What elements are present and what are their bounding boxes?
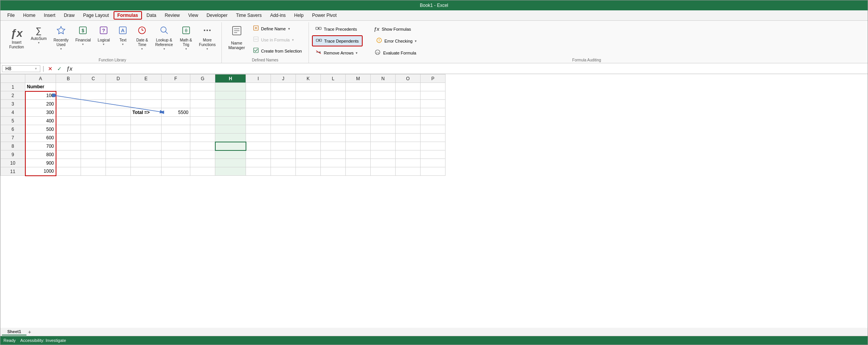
cell-E9[interactable] bbox=[131, 150, 162, 159]
menu-item-home[interactable]: Home bbox=[19, 11, 39, 20]
cell-J11[interactable] bbox=[271, 167, 296, 176]
cell-F11[interactable] bbox=[162, 167, 190, 176]
cell-J2[interactable] bbox=[271, 91, 296, 100]
cell-E10[interactable] bbox=[131, 159, 162, 167]
row-header-2[interactable]: 2 bbox=[1, 91, 25, 100]
cell-F1[interactable] bbox=[162, 83, 190, 91]
cell-G7[interactable] bbox=[190, 134, 215, 142]
add-sheet-button[interactable]: + bbox=[28, 329, 31, 335]
cell-K8[interactable] bbox=[296, 142, 321, 150]
cell-K3[interactable] bbox=[296, 100, 321, 108]
cell-F2[interactable] bbox=[162, 91, 190, 100]
cell-K10[interactable] bbox=[296, 159, 321, 167]
menu-item-power-pivot[interactable]: Power Pivot bbox=[308, 11, 340, 20]
menu-item-time-savers[interactable]: Time Savers bbox=[232, 11, 266, 20]
cell-O3[interactable] bbox=[396, 100, 421, 108]
spreadsheet-container[interactable]: ABCDEFGHIJKLMNOP 1Number210032004300Tota… bbox=[0, 74, 868, 176]
cell-O2[interactable] bbox=[396, 91, 421, 100]
cell-N6[interactable] bbox=[371, 125, 396, 134]
recently-used-button[interactable]: RecentlyUsed ▾ bbox=[51, 24, 71, 53]
cell-F6[interactable] bbox=[162, 125, 190, 134]
cell-H8[interactable] bbox=[215, 142, 246, 150]
remove-arrows-button[interactable]: Remove Arrows ▾ bbox=[312, 48, 361, 58]
cell-L6[interactable] bbox=[321, 125, 346, 134]
row-header-7[interactable]: 7 bbox=[1, 134, 25, 142]
cell-C7[interactable] bbox=[81, 134, 106, 142]
cell-I10[interactable] bbox=[246, 159, 271, 167]
row-header-3[interactable]: 3 bbox=[1, 100, 25, 108]
col-header-H[interactable]: H bbox=[215, 74, 246, 83]
cell-F4[interactable]: 5500 bbox=[162, 108, 190, 117]
autosum-button[interactable]: ∑ AutoSum ▾ bbox=[28, 24, 49, 46]
cell-C2[interactable] bbox=[81, 91, 106, 100]
cell-M1[interactable] bbox=[346, 83, 371, 91]
row-header-9[interactable]: 9 bbox=[1, 150, 25, 159]
col-header-B[interactable]: B bbox=[56, 74, 81, 83]
cell-E11[interactable] bbox=[131, 167, 162, 176]
name-manager-button[interactable]: NameManager bbox=[225, 24, 248, 51]
cell-F3[interactable] bbox=[162, 100, 190, 108]
cell-C4[interactable] bbox=[81, 108, 106, 117]
lookup-ref-button[interactable]: Lookup &Reference ▾ bbox=[152, 24, 175, 53]
col-header-K[interactable]: K bbox=[296, 74, 321, 83]
cell-B2[interactable] bbox=[56, 91, 81, 100]
col-header-I[interactable]: I bbox=[246, 74, 271, 83]
cell-I3[interactable] bbox=[246, 100, 271, 108]
cell-C1[interactable] bbox=[81, 83, 106, 91]
cell-L4[interactable] bbox=[321, 108, 346, 117]
cell-J5[interactable] bbox=[271, 117, 296, 125]
col-header-L[interactable]: L bbox=[321, 74, 346, 83]
cell-I4[interactable] bbox=[246, 108, 271, 117]
row-header-10[interactable]: 10 bbox=[1, 159, 25, 167]
row-header-11[interactable]: 11 bbox=[1, 167, 25, 176]
cell-C11[interactable] bbox=[81, 167, 106, 176]
cell-G2[interactable] bbox=[190, 91, 215, 100]
col-header-D[interactable]: D bbox=[106, 74, 131, 83]
menu-item-review[interactable]: Review bbox=[161, 11, 183, 20]
col-header-M[interactable]: M bbox=[346, 74, 371, 83]
function-icon[interactable]: ƒx bbox=[65, 66, 74, 72]
cell-A4[interactable]: 300 bbox=[25, 108, 56, 117]
cell-I1[interactable] bbox=[246, 83, 271, 91]
cell-J6[interactable] bbox=[271, 125, 296, 134]
cell-E6[interactable] bbox=[131, 125, 162, 134]
cell-J8[interactable] bbox=[271, 142, 296, 150]
cell-H6[interactable] bbox=[215, 125, 246, 134]
cell-I6[interactable] bbox=[246, 125, 271, 134]
cell-F10[interactable] bbox=[162, 159, 190, 167]
cell-I8[interactable] bbox=[246, 142, 271, 150]
cell-P4[interactable] bbox=[421, 108, 446, 117]
cell-C8[interactable] bbox=[81, 142, 106, 150]
row-header-1[interactable]: 1 bbox=[1, 83, 25, 91]
cell-A11[interactable]: 1000 bbox=[25, 167, 56, 176]
cell-K2[interactable] bbox=[296, 91, 321, 100]
cell-M4[interactable] bbox=[346, 108, 371, 117]
cell-K9[interactable] bbox=[296, 150, 321, 159]
col-header-F[interactable]: F bbox=[162, 74, 190, 83]
row-header-8[interactable]: 8 bbox=[1, 142, 25, 150]
cell-M11[interactable] bbox=[346, 167, 371, 176]
cell-O9[interactable] bbox=[396, 150, 421, 159]
cell-D1[interactable] bbox=[106, 83, 131, 91]
cell-D8[interactable] bbox=[106, 142, 131, 150]
cell-B8[interactable] bbox=[56, 142, 81, 150]
cell-O1[interactable] bbox=[396, 83, 421, 91]
use-in-formula-button[interactable]: Use in Formula ▾ bbox=[250, 35, 305, 45]
cell-H1[interactable] bbox=[215, 83, 246, 91]
cell-B3[interactable] bbox=[56, 100, 81, 108]
cell-B9[interactable] bbox=[56, 150, 81, 159]
menu-item-page-layout[interactable]: Page Layout bbox=[79, 11, 112, 20]
cell-E4[interactable]: Total => bbox=[131, 108, 162, 117]
cell-H4[interactable] bbox=[215, 108, 246, 117]
cell-D7[interactable] bbox=[106, 134, 131, 142]
cell-C9[interactable] bbox=[81, 150, 106, 159]
cell-L10[interactable] bbox=[321, 159, 346, 167]
cell-B1[interactable] bbox=[56, 83, 81, 91]
cell-O8[interactable] bbox=[396, 142, 421, 150]
cell-L11[interactable] bbox=[321, 167, 346, 176]
cell-E5[interactable] bbox=[131, 117, 162, 125]
cell-B11[interactable] bbox=[56, 167, 81, 176]
cell-A2[interactable]: 100 bbox=[25, 91, 56, 100]
cell-B7[interactable] bbox=[56, 134, 81, 142]
cell-E8[interactable] bbox=[131, 142, 162, 150]
